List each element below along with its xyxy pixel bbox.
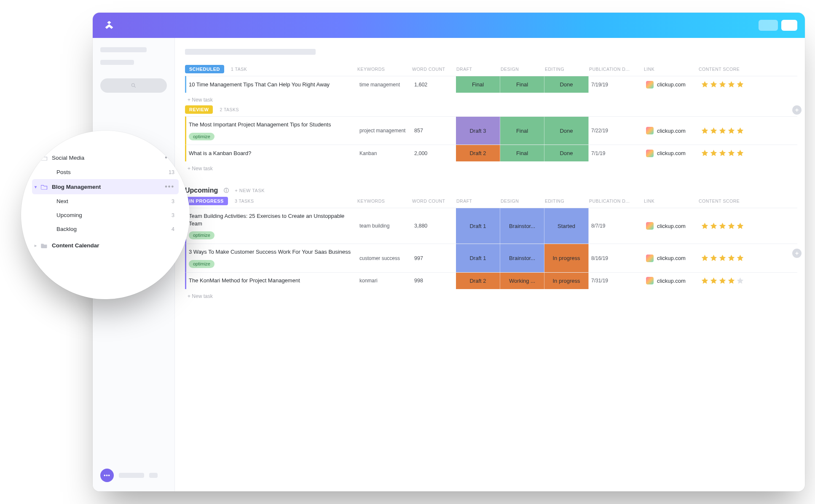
cell-score — [698, 208, 761, 244]
cell-draft[interactable]: Draft 3 — [456, 117, 500, 145]
cell-score — [698, 145, 761, 161]
cell-draft[interactable]: Final — [456, 76, 500, 93]
chevron-down-icon: ▾ — [35, 155, 37, 160]
cell-editing[interactable]: Done — [544, 76, 589, 93]
tag-optimize[interactable]: optimize — [189, 260, 214, 268]
cell-design[interactable]: Working ... — [500, 273, 544, 289]
section-title: Upcoming — [185, 187, 218, 194]
cell-editing[interactable]: In progress — [544, 273, 589, 289]
info-icon[interactable]: ⓘ — [224, 187, 229, 194]
tag-optimize[interactable]: optimize — [189, 231, 214, 239]
sidebar-item-next[interactable]: Next 3 — [32, 194, 179, 208]
cell-wordcount: 3,880 — [412, 208, 456, 244]
more-icon[interactable]: ••• — [165, 183, 174, 190]
table-row[interactable]: The KonMari Method for Project Managemen… — [185, 272, 797, 289]
table-row[interactable]: 10 Time Management Tips That Can Help Yo… — [185, 76, 797, 93]
sidebar-label: Blog Management — [52, 184, 101, 190]
sidebar-item-blog-management[interactable]: ▾ Blog Management ••• — [32, 179, 179, 194]
table-row[interactable]: The Most Important Project Management Ti… — [185, 116, 797, 145]
cell-link[interactable]: clickup.com — [643, 208, 698, 244]
cell-keywords: team building — [357, 208, 412, 244]
cell-score — [698, 117, 761, 145]
task-title: The KonMari Method for Project Managemen… — [189, 277, 300, 284]
col-keywords: KEYWORDS — [356, 198, 410, 204]
col-score: CONTENT SCORE — [697, 67, 760, 72]
chat-icon[interactable]: ••• — [100, 469, 114, 482]
add-column-button[interactable]: + — [792, 105, 802, 115]
col-draft: DRAFT — [455, 198, 499, 204]
cell-draft[interactable]: Draft 1 — [456, 244, 500, 272]
cell-editing[interactable]: Done — [544, 117, 589, 145]
status-chip-review[interactable]: REVIEW — [185, 105, 213, 114]
cell-pubdate: 8/16/19 — [589, 244, 643, 272]
cell-score — [698, 244, 761, 272]
search-input-placeholder[interactable] — [100, 78, 167, 93]
sidebar-item-posts[interactable]: Posts 13 — [32, 165, 179, 179]
cell-editing[interactable]: Started — [544, 208, 589, 244]
sidebar-item-social-media[interactable]: ▾ Social Media ••• — [32, 150, 179, 165]
cell-draft[interactable]: Draft 2 — [456, 145, 500, 161]
cell-draft[interactable]: Draft 1 — [456, 208, 500, 244]
titlebar-pill-a[interactable] — [759, 20, 778, 31]
section-upcoming: Upcoming ⓘ + NEW TASK — [185, 187, 797, 194]
col-wordcount: WORD COUNT — [410, 67, 455, 72]
add-column-button-2[interactable]: + — [792, 249, 802, 258]
group-header-review: REVIEW 2 TASKS — [185, 103, 797, 116]
group-review: REVIEW 2 TASKS The Most Important Projec… — [185, 103, 797, 161]
cell-design[interactable]: Final — [500, 117, 544, 145]
count-badge: 3 — [172, 198, 174, 204]
task-count-label: 1 TASK — [229, 67, 249, 72]
sidebar-item-backlog[interactable]: Backlog 4 — [32, 222, 179, 236]
table-row[interactable]: Team Building Activities: 25 Exercises t… — [185, 208, 797, 244]
cell-design[interactable]: Final — [500, 76, 544, 93]
status-chip-scheduled[interactable]: SCHEDULED — [185, 65, 224, 73]
cell-link[interactable]: clickup.com — [643, 76, 698, 93]
task-title: What is a Kanban Board? — [189, 150, 251, 157]
col-pubdate: PUBLICATION D... — [587, 67, 642, 72]
cell-editing[interactable]: Done — [544, 145, 589, 161]
cell-keywords: time management — [357, 76, 412, 93]
sidebar-item-content-calendar[interactable]: ▸ Content Calendar — [32, 239, 179, 252]
status-chip-inprogress[interactable]: IN PROGRESS — [185, 197, 228, 205]
table-row[interactable]: What is a Kanban Board? Kanban 2,000 Dra… — [185, 145, 797, 161]
task-title: 10 Time Management Tips That Can Help Yo… — [189, 81, 330, 88]
col-link: LINK — [642, 67, 697, 72]
col-editing: EDITING — [543, 198, 587, 204]
sidebar-label: Posts — [56, 169, 71, 175]
task-title: The Most Important Project Management Ti… — [189, 121, 331, 129]
new-task-button[interactable]: + New task — [188, 293, 797, 299]
cell-link[interactable]: clickup.com — [643, 117, 698, 145]
sidebar-label: Backlog — [56, 226, 77, 232]
cell-wordcount: 997 — [412, 244, 456, 272]
cell-keywords: customer success — [357, 244, 412, 272]
link-icon — [646, 255, 654, 262]
cell-design[interactable]: Brainstor... — [500, 208, 544, 244]
cell-pubdate: 7/19/19 — [589, 76, 643, 93]
main-content: + + SCHEDULED 1 TASK KEYWORDS WORD COUNT… — [175, 38, 805, 491]
col-wordcount: WORD COUNT — [410, 198, 455, 204]
cell-draft[interactable]: Draft 2 — [456, 273, 500, 289]
col-keywords: KEYWORDS — [356, 67, 410, 72]
cell-link[interactable]: clickup.com — [643, 273, 698, 289]
app-logo-icon — [102, 18, 116, 32]
titlebar-pill-b[interactable] — [781, 20, 797, 31]
cell-link[interactable]: clickup.com — [643, 145, 698, 161]
folder-icon — [41, 243, 48, 248]
tag-optimize[interactable]: optimize — [189, 133, 214, 141]
cell-editing[interactable]: In progress — [544, 244, 589, 272]
cell-link[interactable]: clickup.com — [643, 244, 698, 272]
sidebar-label: Next — [56, 198, 68, 204]
link-icon — [646, 150, 654, 157]
svg-point-0 — [131, 83, 134, 86]
table-row[interactable]: 3 Ways To Make Customer Success Work For… — [185, 244, 797, 272]
cell-score — [698, 76, 761, 93]
new-task-button[interactable]: + New task — [188, 166, 797, 172]
new-task-upper[interactable]: + NEW TASK — [235, 188, 265, 193]
chevron-down-icon: ▾ — [35, 185, 37, 189]
cell-design[interactable]: Final — [500, 145, 544, 161]
sidebar-label: Upcoming — [56, 212, 82, 218]
cell-design[interactable]: Brainstor... — [500, 244, 544, 272]
sidebar-item-upcoming[interactable]: Upcoming 3 — [32, 208, 179, 222]
new-task-button[interactable]: + New task — [188, 97, 797, 103]
chevron-right-icon: ▸ — [35, 243, 37, 248]
